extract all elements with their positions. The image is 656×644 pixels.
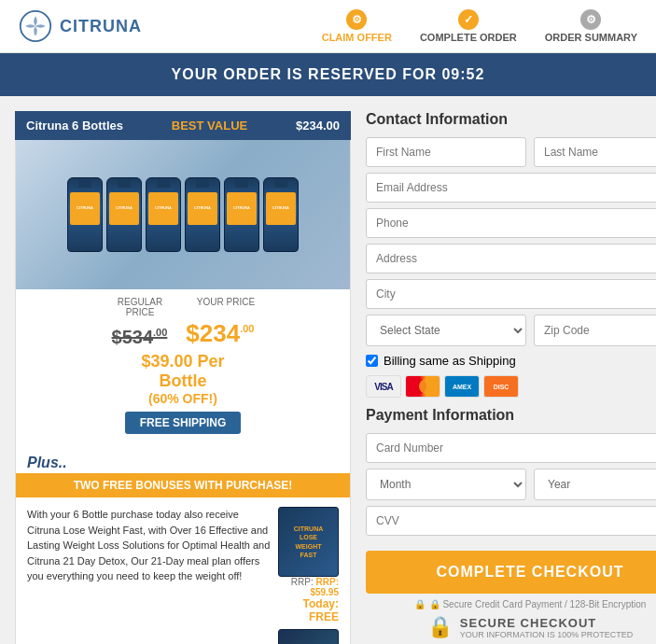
payment-title: Payment Information	[366, 407, 656, 424]
bottle-6: CITRUNA	[263, 177, 299, 252]
state-zip-row: Select State	[366, 315, 656, 346]
cvv-input[interactable]	[366, 506, 656, 536]
plus-label: Plus..	[16, 449, 350, 473]
bottles-display: CITRUNA CITRUNA CITRUNA CITRUNA CITRUNA …	[67, 177, 299, 252]
visa-icon: VISA	[366, 375, 401, 398]
contact-title: Contact Information	[366, 111, 656, 128]
lock-small-icon: 🔒	[414, 599, 426, 609]
order-summary-icon: ⚙	[580, 9, 601, 30]
bonus-description: With your 6 Bottle purchase today also r…	[27, 507, 271, 644]
bonus-content: With your 6 Bottle purchase today also r…	[16, 497, 350, 644]
zip-input[interactable]	[534, 315, 656, 346]
best-value-badge: BEST VALUE	[172, 119, 247, 133]
bonus-images: CITRUNALOSEWEIGHTFAST RRP: RRP: $59.95 T…	[278, 507, 339, 644]
banner-text: YOUR ORDER IS RESERVED FOR 09:52	[172, 66, 485, 82]
city-row	[366, 279, 656, 309]
bottle-2: CITRUNA	[106, 177, 142, 252]
state-select[interactable]: Select State	[366, 315, 526, 346]
logo: CITRUNA	[19, 9, 142, 43]
month-select[interactable]: Month 01 02 03 12	[366, 469, 526, 500]
card-row	[366, 433, 656, 463]
header: CITRUNA ⚙ CLAIM OFFER ✓ COMPLETE ORDER ⚙…	[0, 0, 656, 53]
step-complete-order[interactable]: ✓ COMPLETE ORDER	[420, 9, 517, 43]
secure-checkout-label: SECURE CHECKOUT	[460, 616, 633, 630]
product-body: CITRUNA CITRUNA CITRUNA CITRUNA CITRUNA …	[15, 140, 351, 644]
per-bottle-price: $39.00 Per Bottle	[141, 352, 224, 391]
secure-checkout-text: SECURE CHECKOUT YOUR INFORMATION IS 100%…	[460, 616, 633, 639]
checkout-button[interactable]: COMPLETE CHECKOUT	[366, 551, 656, 594]
logo-text: CITRUNA	[60, 17, 142, 36]
email-input[interactable]	[366, 173, 656, 203]
cvv-row	[366, 506, 656, 536]
name-row	[366, 137, 656, 167]
product-image-area: CITRUNA CITRUNA CITRUNA CITRUNA CITRUNA …	[16, 140, 350, 289]
regular-price-label: REGULAR PRICE	[106, 297, 174, 317]
secure-checkout-area: 🔒 SECURE CHECKOUT YOUR INFORMATION IS 10…	[366, 615, 656, 639]
bonus-2-image: 21-DAYCITRUNADETOX	[278, 629, 339, 644]
bottle-3: CITRUNA	[146, 177, 181, 252]
product-header: Citruna 6 Bottles BEST VALUE $234.00	[15, 111, 351, 140]
bonus-1-rrp: RRP: RRP: $59.95	[278, 577, 339, 597]
bonus-1: CITRUNALOSEWEIGHTFAST RRP: RRP: $59.95 T…	[278, 507, 339, 623]
email-row	[366, 173, 656, 203]
amex-icon: AMEX	[444, 375, 480, 398]
bottle-1: CITRUNA	[67, 177, 103, 252]
claim-offer-icon: ⚙	[346, 9, 367, 30]
address-row	[366, 244, 656, 273]
left-panel: Citruna 6 Bottles BEST VALUE $234.00 CIT…	[15, 111, 351, 644]
first-name-input[interactable]	[366, 137, 526, 167]
product-price: $234.00	[296, 119, 340, 133]
price-labels: REGULAR PRICE YOUR PRICE	[106, 297, 259, 317]
mastercard-icon	[405, 375, 440, 398]
main-content: Citruna 6 Bottles BEST VALUE $234.00 CIT…	[0, 96, 656, 644]
city-input[interactable]	[366, 279, 656, 309]
price-values: $534.00 $234.00	[112, 319, 255, 348]
reservation-banner: YOUR ORDER IS RESERVED FOR 09:52	[0, 53, 656, 96]
lock-icon: 🔒	[427, 615, 453, 639]
complete-order-icon: ✓	[458, 9, 479, 30]
billing-checkbox[interactable]	[366, 355, 378, 367]
phone-input[interactable]	[366, 208, 656, 238]
nav-steps: ⚙ CLAIM OFFER ✓ COMPLETE ORDER ⚙ ORDER S…	[322, 9, 637, 43]
discover-icon: DISC	[483, 375, 519, 398]
step-claim-offer[interactable]: ⚙ CLAIM OFFER	[322, 9, 392, 43]
complete-order-label: COMPLETE ORDER	[420, 32, 517, 43]
your-price: $234.00	[186, 319, 254, 348]
order-summary-label: ORDER SUMMARY	[545, 32, 637, 43]
regular-price: $534.00	[112, 327, 168, 348]
bonus-2: 21-DAYCITRUNADETOX RRP: RRP: $49.95 Toda…	[278, 629, 339, 644]
bonus-1-image: CITRUNALOSEWEIGHTFAST	[278, 507, 339, 577]
claim-offer-label: CLAIM OFFER	[322, 32, 392, 43]
price-info: REGULAR PRICE YOUR PRICE $534.00 $234.00…	[16, 289, 350, 449]
last-name-input[interactable]	[534, 137, 656, 167]
secure-checkout-sub: YOUR INFORMATION IS 100% PROTECTED	[460, 630, 633, 639]
free-shipping-badge: FREE SHIPPING	[125, 412, 242, 434]
phone-row	[366, 208, 656, 238]
your-price-label: YOUR PRICE	[192, 297, 259, 307]
logo-icon	[19, 9, 52, 43]
billing-checkbox-row: Billing same as Shipping	[366, 354, 656, 368]
payment-icons: VISA AMEX DISC	[366, 375, 656, 398]
billing-label: Billing same as Shipping	[384, 354, 516, 368]
svg-point-2	[419, 379, 434, 394]
bonus-1-free: Today:FREE	[278, 597, 339, 623]
bottle-4: CITRUNA	[185, 177, 220, 252]
discount-badge: (60% OFF!)	[148, 391, 217, 406]
product-title: Citruna 6 Bottles	[26, 119, 123, 133]
right-panel: Contact Information Select State Billing…	[366, 111, 656, 644]
secure-text: 🔒 🔒 Secure Credit Card Payment / 128-Bit…	[366, 599, 656, 609]
bonus-header: TWO FREE BONUSES WITH PURCHASE!	[16, 473, 350, 497]
address-input[interactable]	[366, 244, 656, 273]
step-order-summary[interactable]: ⚙ ORDER SUMMARY	[545, 9, 637, 43]
bottle-5: CITRUNA	[224, 177, 259, 252]
card-number-input[interactable]	[366, 433, 656, 463]
year-select[interactable]: Year 2024 2025 2026	[534, 469, 656, 500]
month-year-row: Month 01 02 03 12 Year 2024 2025 2026	[366, 469, 656, 500]
